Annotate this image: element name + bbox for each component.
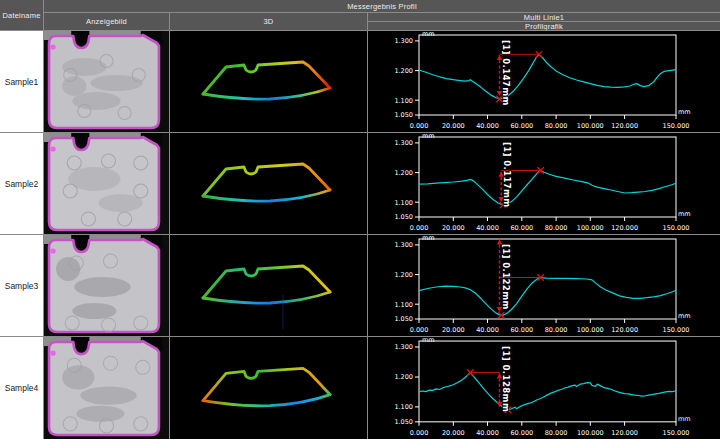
svg-text:40.000: 40.000 [476,326,499,334]
svg-text:150.000: 150.000 [663,224,690,232]
svg-text:1.100: 1.100 [394,301,413,309]
measurement-report-window: Dateiname Messergebnis Profil Anzeigebil… [0,0,720,439]
sample-3d-view[interactable] [170,235,367,336]
column-header-anzeigebild: Anzeigebild [44,13,169,30]
sample-3d-view[interactable] [170,337,367,439]
svg-text:120.000: 120.000 [611,122,638,130]
part-photo-image [44,337,169,439]
height-map-3d-outline [170,31,367,132]
column-header-profilgrafik: Profilgrafik [368,22,720,30]
sample-3d-view[interactable] [170,31,367,132]
svg-text:40.000: 40.000 [476,224,499,232]
sample-photo[interactable] [44,133,169,234]
sample-profile-chart[interactable]: 1.3001.2001.1001.0500.00020.00040.00060.… [368,337,720,439]
svg-text:1.100: 1.100 [394,97,413,105]
column-header-3d: 3D [170,13,367,30]
sample-name-cell[interactable]: Sample3 [0,235,43,336]
svg-text:1.050: 1.050 [394,315,413,323]
svg-text:mm: mm [678,415,691,423]
svg-text:1.300: 1.300 [394,343,413,351]
svg-text:20.000: 20.000 [442,122,465,130]
svg-text:mm: mm [422,337,435,344]
profile-graph: 1.3001.2001.1001.0500.00020.00040.00060.… [368,133,720,234]
svg-text:1.300: 1.300 [394,37,413,45]
svg-text:[1] 0.122mm: [1] 0.122mm [501,244,511,310]
svg-text:120.000: 120.000 [611,429,638,437]
results-table: Dateiname Messergebnis Profil Anzeigebil… [0,0,720,439]
sample-profile-chart[interactable]: 1.3001.2001.1001.0500.00020.00040.00060.… [368,31,720,132]
svg-text:0.000: 0.000 [410,224,429,232]
part-photo-image [44,235,169,336]
svg-text:1.100: 1.100 [394,199,413,207]
svg-text:20.000: 20.000 [442,326,465,334]
profile-graph: 1.3001.2001.1001.0500.00020.00040.00060.… [368,235,720,336]
height-map-3d-outline [170,133,367,234]
sample-profile-chart[interactable]: 1.3001.2001.1001.0500.00020.00040.00060.… [368,133,720,234]
svg-text:[1] 0.147mm: [1] 0.147mm [501,40,511,106]
svg-text:1.300: 1.300 [394,139,413,147]
sample-photo[interactable] [44,337,169,439]
svg-text:mm: mm [678,312,691,320]
svg-text:1.300: 1.300 [394,241,413,249]
svg-text:40.000: 40.000 [476,122,499,130]
svg-text:120.000: 120.000 [611,224,638,232]
svg-text:60.000: 60.000 [510,326,533,334]
svg-text:1.200: 1.200 [394,271,413,279]
svg-text:1.050: 1.050 [394,418,413,426]
svg-text:0.000: 0.000 [410,122,429,130]
svg-text:mm: mm [678,210,691,218]
svg-text:[1] 0.128mm: [1] 0.128mm [501,346,511,412]
svg-text:150.000: 150.000 [663,429,690,437]
svg-text:150.000: 150.000 [663,326,690,334]
svg-text:0.000: 0.000 [410,429,429,437]
sample-photo[interactable] [44,31,169,132]
height-map-3d-outline [170,337,367,439]
svg-text:1.100: 1.100 [394,403,413,411]
svg-text:100.000: 100.000 [577,224,604,232]
sample-profile-chart[interactable]: 1.3001.2001.1001.0500.00020.00040.00060.… [368,235,720,336]
sample-name-cell[interactable]: Sample4 [0,337,43,439]
svg-text:100.000: 100.000 [577,326,604,334]
svg-text:60.000: 60.000 [510,224,533,232]
column-header-dateiname: Dateiname [0,0,43,30]
svg-text:1.050: 1.050 [394,111,413,119]
svg-text:150.000: 150.000 [663,122,690,130]
height-map-3d-outline [170,235,367,336]
svg-text:60.000: 60.000 [510,429,533,437]
svg-text:80.000: 80.000 [545,122,568,130]
part-photo-image [44,31,169,132]
profile-graph: 1.3001.2001.1001.0500.00020.00040.00060.… [368,31,720,132]
profile-graph: 1.3001.2001.1001.0500.00020.00040.00060.… [368,337,720,439]
sample-name-cell[interactable]: Sample1 [0,31,43,132]
svg-text:100.000: 100.000 [577,429,604,437]
part-photo-image [44,133,169,234]
sample-name-cell[interactable]: Sample2 [0,133,43,234]
svg-text:1.200: 1.200 [394,373,413,381]
svg-text:[1] 0.117mm: [1] 0.117mm [502,142,512,208]
svg-text:80.000: 80.000 [545,224,568,232]
svg-text:mm: mm [422,31,435,38]
column-header-multi-linie1: Multi Linie1 [368,13,720,21]
svg-text:120.000: 120.000 [611,326,638,334]
svg-text:mm: mm [422,133,435,140]
svg-text:1.200: 1.200 [394,67,413,75]
svg-text:20.000: 20.000 [442,224,465,232]
svg-text:60.000: 60.000 [510,122,533,130]
svg-text:mm: mm [422,235,435,242]
svg-text:80.000: 80.000 [545,429,568,437]
svg-text:80.000: 80.000 [545,326,568,334]
svg-text:20.000: 20.000 [442,429,465,437]
svg-text:mm: mm [678,108,691,116]
sample-photo[interactable] [44,235,169,336]
svg-text:1.200: 1.200 [394,169,413,177]
svg-text:100.000: 100.000 [577,122,604,130]
svg-text:0.000: 0.000 [410,326,429,334]
column-group-header-messergebnis-profil: Messergebnis Profil [44,0,720,12]
svg-text:40.000: 40.000 [476,429,499,437]
svg-text:1.050: 1.050 [394,213,413,221]
sample-3d-view[interactable] [170,133,367,234]
